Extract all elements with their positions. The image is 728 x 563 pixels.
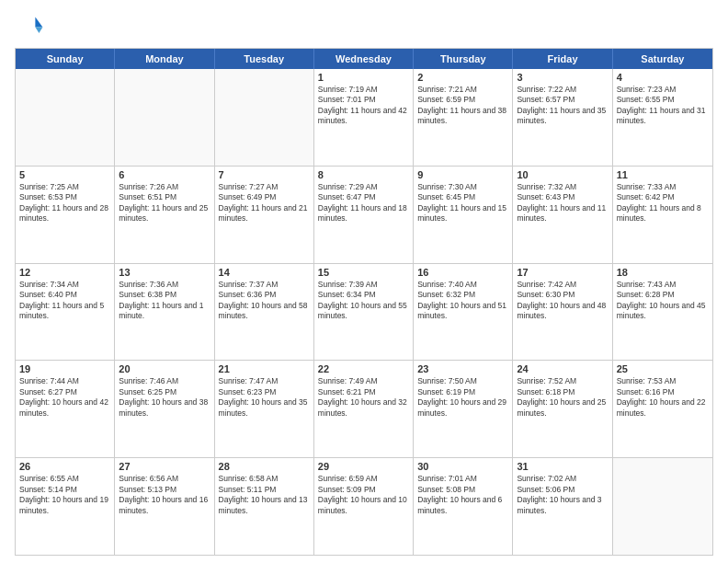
cell-text: Sunrise: 7:21 AM Sunset: 6:59 PM Dayligh… [417, 85, 508, 127]
calendar-header-sunday: Sunday [16, 49, 115, 69]
logo-icon [15, 11, 44, 40]
calendar-header: SundayMondayTuesdayWednesdayThursdayFrid… [16, 49, 712, 69]
day-number: 17 [517, 267, 608, 278]
day-number: 25 [617, 363, 709, 374]
calendar-cell [613, 458, 712, 555]
cell-text: Sunrise: 7:25 AM Sunset: 6:53 PM Dayligh… [19, 182, 110, 224]
cell-text: Sunrise: 7:49 AM Sunset: 6:21 PM Dayligh… [318, 376, 409, 419]
calendar-cell: 29Sunrise: 6:59 AM Sunset: 5:09 PM Dayli… [314, 458, 414, 555]
cell-text: Sunrise: 7:30 AM Sunset: 6:45 PM Dayligh… [417, 182, 508, 224]
calendar-cell: 9Sunrise: 7:30 AM Sunset: 6:45 PM Daylig… [414, 167, 513, 263]
cell-text: Sunrise: 6:58 AM Sunset: 5:11 PM Dayligh… [219, 474, 310, 516]
cell-text: Sunrise: 6:59 AM Sunset: 5:09 PM Dayligh… [318, 474, 409, 516]
day-number: 4 [617, 72, 709, 83]
day-number: 11 [617, 169, 709, 180]
calendar-cell: 25Sunrise: 7:53 AM Sunset: 6:16 PM Dayli… [613, 361, 712, 457]
header [15, 11, 713, 40]
calendar-row-3: 19Sunrise: 7:44 AM Sunset: 6:27 PM Dayli… [16, 360, 712, 457]
calendar-cell [115, 69, 214, 166]
calendar-cell: 22Sunrise: 7:49 AM Sunset: 6:21 PM Dayli… [314, 361, 414, 457]
cell-text: Sunrise: 7:27 AM Sunset: 6:49 PM Dayligh… [219, 182, 310, 224]
calendar-cell: 18Sunrise: 7:43 AM Sunset: 6:28 PM Dayli… [613, 264, 712, 361]
day-number: 19 [19, 363, 110, 374]
calendar-cell: 4Sunrise: 7:23 AM Sunset: 6:55 PM Daylig… [613, 69, 712, 166]
page: SundayMondayTuesdayWednesdayThursdayFrid… [0, 0, 728, 563]
calendar-row-4: 26Sunrise: 6:55 AM Sunset: 5:14 PM Dayli… [16, 457, 712, 555]
calendar-cell: 24Sunrise: 7:52 AM Sunset: 6:18 PM Dayli… [513, 361, 612, 457]
cell-text: Sunrise: 7:33 AM Sunset: 6:42 PM Dayligh… [617, 182, 709, 224]
day-number: 30 [417, 461, 508, 472]
calendar-header-thursday: Thursday [414, 49, 513, 69]
day-number: 23 [417, 363, 508, 374]
day-number: 6 [119, 169, 210, 180]
svg-marker-1 [35, 28, 42, 33]
calendar-cell: 10Sunrise: 7:32 AM Sunset: 6:43 PM Dayli… [513, 167, 612, 263]
calendar-cell: 12Sunrise: 7:34 AM Sunset: 6:40 PM Dayli… [16, 264, 115, 361]
calendar-cell: 15Sunrise: 7:39 AM Sunset: 6:34 PM Dayli… [314, 264, 414, 361]
svg-marker-0 [35, 17, 42, 27]
calendar-cell: 2Sunrise: 7:21 AM Sunset: 6:59 PM Daylig… [414, 69, 513, 166]
calendar-header-monday: Monday [115, 49, 214, 69]
calendar-cell: 20Sunrise: 7:46 AM Sunset: 6:25 PM Dayli… [115, 361, 214, 457]
calendar-row-1: 5Sunrise: 7:25 AM Sunset: 6:53 PM Daylig… [16, 166, 712, 263]
cell-text: Sunrise: 7:39 AM Sunset: 6:34 PM Dayligh… [318, 280, 409, 322]
cell-text: Sunrise: 6:55 AM Sunset: 5:14 PM Dayligh… [19, 474, 110, 516]
cell-text: Sunrise: 7:50 AM Sunset: 6:19 PM Dayligh… [417, 376, 508, 419]
day-number: 8 [318, 169, 409, 180]
calendar-cell: 17Sunrise: 7:42 AM Sunset: 6:30 PM Dayli… [513, 264, 612, 361]
calendar-cell: 8Sunrise: 7:29 AM Sunset: 6:47 PM Daylig… [314, 167, 414, 263]
calendar-cell: 11Sunrise: 7:33 AM Sunset: 6:42 PM Dayli… [613, 167, 712, 263]
calendar-cell: 1Sunrise: 7:19 AM Sunset: 7:01 PM Daylig… [314, 69, 414, 166]
day-number: 5 [19, 169, 110, 180]
calendar-cell: 14Sunrise: 7:37 AM Sunset: 6:36 PM Dayli… [215, 264, 314, 361]
day-number: 10 [517, 169, 608, 180]
cell-text: Sunrise: 7:52 AM Sunset: 6:18 PM Dayligh… [517, 376, 608, 419]
day-number: 7 [219, 169, 310, 180]
calendar-row-2: 12Sunrise: 7:34 AM Sunset: 6:40 PM Dayli… [16, 263, 712, 361]
calendar: SundayMondayTuesdayWednesdayThursdayFrid… [15, 48, 713, 556]
cell-text: Sunrise: 7:19 AM Sunset: 7:01 PM Dayligh… [318, 85, 409, 127]
calendar-cell: 19Sunrise: 7:44 AM Sunset: 6:27 PM Dayli… [16, 361, 115, 457]
day-number: 18 [617, 267, 709, 278]
day-number: 29 [318, 461, 409, 472]
calendar-header-tuesday: Tuesday [215, 49, 314, 69]
logo [15, 11, 48, 40]
day-number: 9 [417, 169, 508, 180]
cell-text: Sunrise: 7:26 AM Sunset: 6:51 PM Dayligh… [119, 182, 210, 224]
day-number: 21 [219, 363, 310, 374]
cell-text: Sunrise: 7:53 AM Sunset: 6:16 PM Dayligh… [617, 376, 709, 419]
cell-text: Sunrise: 7:46 AM Sunset: 6:25 PM Dayligh… [119, 376, 210, 419]
calendar-cell: 27Sunrise: 6:56 AM Sunset: 5:13 PM Dayli… [115, 458, 214, 555]
calendar-cell: 30Sunrise: 7:01 AM Sunset: 5:08 PM Dayli… [414, 458, 513, 555]
calendar-cell: 26Sunrise: 6:55 AM Sunset: 5:14 PM Dayli… [16, 458, 115, 555]
day-number: 3 [517, 72, 608, 83]
calendar-cell: 6Sunrise: 7:26 AM Sunset: 6:51 PM Daylig… [115, 167, 214, 263]
day-number: 14 [219, 267, 310, 278]
day-number: 24 [517, 363, 608, 374]
day-number: 27 [119, 461, 210, 472]
day-number: 31 [517, 461, 608, 472]
day-number: 26 [19, 461, 110, 472]
calendar-cell [16, 69, 115, 166]
cell-text: Sunrise: 7:01 AM Sunset: 5:08 PM Dayligh… [417, 474, 508, 516]
day-number: 28 [219, 461, 310, 472]
calendar-header-saturday: Saturday [613, 49, 712, 69]
calendar-cell [215, 69, 314, 166]
calendar-header-friday: Friday [513, 49, 612, 69]
cell-text: Sunrise: 7:23 AM Sunset: 6:55 PM Dayligh… [617, 85, 709, 127]
cell-text: Sunrise: 7:32 AM Sunset: 6:43 PM Dayligh… [517, 182, 608, 224]
cell-text: Sunrise: 7:29 AM Sunset: 6:47 PM Dayligh… [318, 182, 409, 224]
cell-text: Sunrise: 7:47 AM Sunset: 6:23 PM Dayligh… [219, 376, 310, 419]
day-number: 16 [417, 267, 508, 278]
cell-text: Sunrise: 7:43 AM Sunset: 6:28 PM Dayligh… [617, 280, 709, 322]
calendar-cell: 23Sunrise: 7:50 AM Sunset: 6:19 PM Dayli… [414, 361, 513, 457]
day-number: 2 [417, 72, 508, 83]
day-number: 20 [119, 363, 210, 374]
calendar-cell: 16Sunrise: 7:40 AM Sunset: 6:32 PM Dayli… [414, 264, 513, 361]
calendar-cell: 3Sunrise: 7:22 AM Sunset: 6:57 PM Daylig… [513, 69, 612, 166]
cell-text: Sunrise: 7:40 AM Sunset: 6:32 PM Dayligh… [417, 280, 508, 322]
cell-text: Sunrise: 7:42 AM Sunset: 6:30 PM Dayligh… [517, 280, 608, 322]
cell-text: Sunrise: 7:44 AM Sunset: 6:27 PM Dayligh… [19, 376, 110, 419]
day-number: 12 [19, 267, 110, 278]
cell-text: Sunrise: 7:36 AM Sunset: 6:38 PM Dayligh… [119, 280, 210, 322]
